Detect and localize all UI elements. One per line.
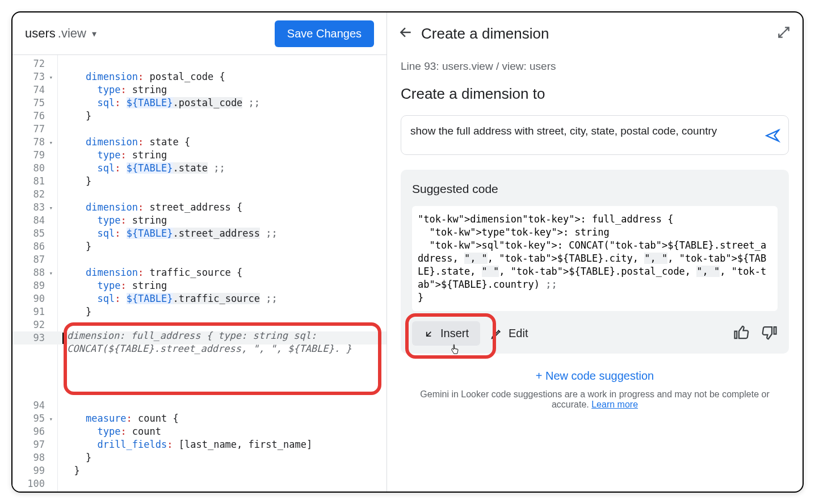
assistant-title: Create a dimension	[421, 25, 549, 43]
svg-point-0	[778, 129, 779, 131]
chevron-down-icon: ▾	[92, 28, 96, 39]
new-code-suggestion-link[interactable]: + New code suggestion	[401, 369, 789, 383]
file-name-ext: .view	[58, 26, 86, 41]
suggested-code-card: Suggested code "tok-kw">dimension"tok-ke…	[401, 170, 789, 354]
thumbs-down-icon[interactable]	[761, 324, 778, 343]
disclaimer-text: Gemini in Looker code suggestions are a …	[401, 389, 789, 410]
cursor-pointer-icon	[449, 344, 461, 358]
code-editor[interactable]: 7273747576777879808182838485868788899091…	[12, 54, 387, 492]
insert-button-label: Insert	[440, 327, 469, 340]
learn-more-link[interactable]: Learn more	[591, 400, 638, 409]
line-gutter: 7273747576777879808182838485868788899091…	[12, 55, 58, 492]
file-title-dropdown[interactable]: users.view ▾	[25, 26, 96, 41]
send-icon[interactable]	[764, 128, 780, 146]
inline-suggestion-preview: dimension: full_address { type: string s…	[64, 326, 381, 359]
assistant-header: Create a dimension	[387, 12, 803, 54]
save-changes-button[interactable]: Save Changes	[275, 20, 374, 47]
back-arrow-icon[interactable]	[398, 25, 413, 42]
prompt-text: show the full address with street, city,…	[410, 125, 717, 137]
file-name-bold: users	[25, 26, 56, 41]
edit-button[interactable]: Edit	[490, 327, 528, 340]
expand-panel-icon[interactable]	[776, 25, 791, 42]
thumbs-up-icon[interactable]	[733, 324, 750, 343]
prompt-heading: Create a dimension to	[401, 85, 789, 103]
insert-button[interactable]: Insert	[412, 321, 480, 346]
context-breadcrumb: Line 93: users.view / view: users	[401, 60, 789, 73]
edit-button-label: Edit	[509, 327, 528, 340]
prompt-input[interactable]: show the full address with street, city,…	[401, 115, 789, 155]
suggested-code-block[interactable]: "tok-kw">dimension"tok-key">: full_addre…	[412, 206, 778, 311]
editor-header: users.view ▾ Save Changes	[12, 12, 387, 54]
code-area[interactable]: dimension: postal_code { type: string sq…	[58, 55, 387, 492]
suggested-code-heading: Suggested code	[412, 182, 778, 196]
